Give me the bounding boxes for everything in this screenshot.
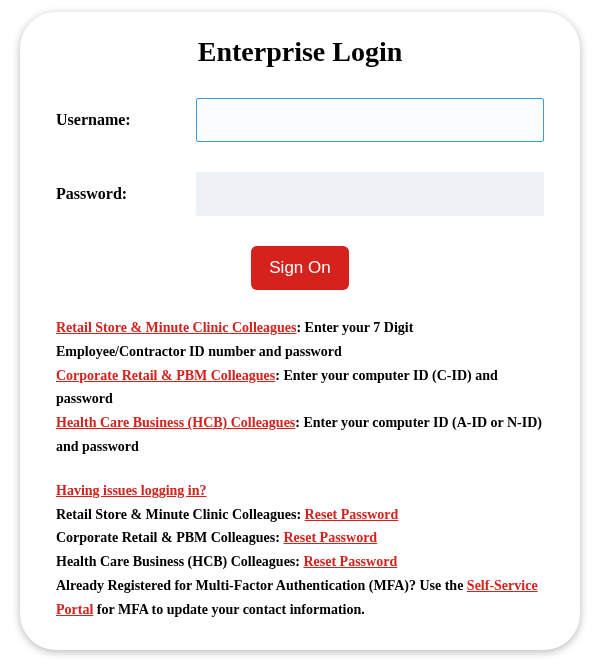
reset-hcb-prefix: Health Care Business (HCB) Colleagues: [56,554,303,569]
login-card: Enterprise Login Username: Password: Sig… [20,12,580,650]
sign-on-button[interactable]: Sign On [251,246,348,290]
reset-retail-prefix: Retail Store & Minute Clinic Colleagues: [56,507,305,522]
password-label: Password: [56,185,196,203]
username-label: Username: [56,111,196,129]
reset-hcb-line: Health Care Business (HCB) Colleagues: R… [56,550,544,574]
password-input[interactable] [196,172,544,216]
reset-instructions: Having issues logging in? Retail Store &… [56,479,544,622]
corporate-line: Corporate Retail & PBM Colleagues: Enter… [56,364,544,412]
sign-on-row: Sign On [56,246,544,290]
reset-corporate-line: Corporate Retail & PBM Colleagues: Reset… [56,526,544,550]
mfa-prefix: Already Registered for Multi-Factor Auth… [56,578,467,593]
reset-password-retail-link[interactable]: Reset Password [305,507,399,522]
hcb-colleagues-link[interactable]: Health Care Business (HCB) Colleagues [56,415,295,430]
page-title: Enterprise Login [56,36,544,68]
corporate-colleagues-link[interactable]: Corporate Retail & PBM Colleagues [56,368,275,383]
help-text-block: Retail Store & Minute Clinic Colleagues:… [56,316,544,622]
mfa-suffix: for MFA to update your contact informati… [93,602,364,617]
login-form: Username: Password: Sign On [56,98,544,290]
username-row: Username: [56,98,544,142]
username-input[interactable] [196,98,544,142]
hcb-line: Health Care Business (HCB) Colleagues: E… [56,411,544,459]
reset-password-corporate-link[interactable]: Reset Password [283,530,377,545]
issues-line: Having issues logging in? [56,479,544,503]
retail-colleagues-link[interactable]: Retail Store & Minute Clinic Colleagues [56,320,296,335]
mfa-line: Already Registered for Multi-Factor Auth… [56,574,544,622]
reset-corporate-prefix: Corporate Retail & PBM Colleagues: [56,530,283,545]
id-instructions: Retail Store & Minute Clinic Colleagues:… [56,316,544,459]
password-row: Password: [56,172,544,216]
issues-logging-in-link[interactable]: Having issues logging in? [56,483,207,498]
reset-password-hcb-link[interactable]: Reset Password [303,554,397,569]
retail-line: Retail Store & Minute Clinic Colleagues:… [56,316,544,364]
reset-retail-line: Retail Store & Minute Clinic Colleagues:… [56,503,544,527]
